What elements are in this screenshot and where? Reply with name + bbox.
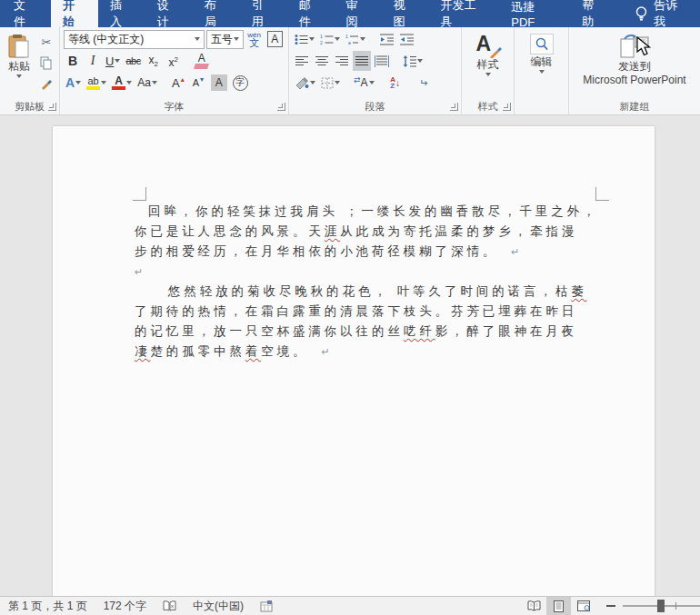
align-right-button[interactable] — [333, 51, 351, 71]
tab-home[interactable]: 开始 — [51, 0, 98, 27]
document-line[interactable]: 悠然轻放的菊收尽晚秋的花色， 叶等久了时间的诺言，枯萎 — [135, 281, 603, 301]
clipboard-dialog-launcher[interactable] — [48, 103, 56, 111]
send-label-line2: Microsoft PowerPoint — [583, 74, 685, 86]
underline-button[interactable]: U — [104, 51, 122, 71]
paste-dropdown-icon[interactable] — [16, 74, 22, 78]
shrink-font-button[interactable]: A▾ — [189, 73, 207, 93]
zoom-out-button[interactable] — [606, 605, 615, 607]
document-page[interactable]: 回眸，你的轻笑抹过我肩头 ；一缕长发的幽香散尽，千里之外，你已是让人思念的风景。… — [53, 126, 655, 596]
mouse-cursor-icon — [636, 36, 652, 56]
font-dialog-launcher[interactable] — [277, 103, 285, 111]
justify-button[interactable] — [353, 51, 371, 71]
distribute-button[interactable] — [373, 51, 391, 71]
tab-view[interactable]: 视图 — [382, 0, 429, 27]
word-count-status[interactable]: 172 个字 — [95, 597, 155, 615]
align-center-button[interactable] — [313, 51, 331, 71]
strikethrough-button[interactable]: abc — [124, 51, 142, 71]
page-number-status[interactable]: 第 1 页，共 1 页 — [0, 597, 95, 615]
numbering-button[interactable]: 12 — [318, 29, 342, 49]
bullets-icon — [295, 34, 308, 45]
group-font: 等线 (中文正文) 五号 wén 文 A — [60, 27, 289, 114]
web-layout-icon — [577, 600, 590, 611]
phonetic-guide-button[interactable]: wén 文 — [245, 29, 264, 49]
styles-dialog-launcher[interactable] — [503, 103, 511, 111]
tab-help[interactable]: 帮助 — [570, 0, 617, 27]
bullets-button[interactable] — [293, 29, 316, 49]
borders-button[interactable] — [319, 73, 342, 93]
document-line[interactable]: 你已是让人思念的风景。天涯从此成为寄托温柔的梦乡，牵指漫 — [135, 221, 603, 241]
highlight-button[interactable]: ab — [85, 73, 108, 93]
read-mode-button[interactable] — [522, 597, 546, 615]
document-line[interactable]: 步的相爱经历，在月华相依的小池荷径模糊了深情。↵ — [135, 241, 603, 261]
align-right-icon — [335, 55, 348, 66]
clear-formatting-button[interactable]: A — [193, 51, 211, 71]
print-layout-button[interactable] — [546, 597, 571, 615]
text-effects-button[interactable]: A — [64, 73, 83, 93]
document-text[interactable]: 回眸，你的轻笑抹过我肩头 ；一缕长发的幽香散尽，千里之外，你已是让人思念的风景。… — [135, 201, 603, 361]
paragraph-dialog-launcher[interactable] — [450, 103, 458, 111]
body-text: 楚的孤零中熬 — [150, 343, 245, 358]
format-painter-button[interactable] — [36, 74, 56, 94]
ribbon: 粘贴 ✂ — [0, 27, 700, 115]
align-left-button[interactable] — [293, 51, 311, 71]
document-line[interactable]: 了期待的热情，在霜白露重的清晨落下枝头。芬芳已埋葬在昨日 — [135, 301, 603, 321]
tab-insert[interactable]: 插入 — [98, 0, 145, 27]
document-line[interactable]: ↵ — [135, 261, 603, 281]
styles-button[interactable]: A 样式 — [469, 30, 507, 99]
grow-font-button[interactable]: A▴ — [169, 73, 187, 93]
increase-indent-button[interactable] — [397, 29, 415, 49]
italic-button[interactable]: I — [84, 51, 102, 71]
paste-icon — [7, 34, 31, 59]
change-case-button[interactable]: Aa — [135, 73, 159, 93]
line-spacing-button[interactable] — [401, 51, 425, 71]
paste-button[interactable]: 粘贴 — [2, 30, 36, 99]
shading-button[interactable] — [293, 73, 317, 93]
send-to-powerpoint-button[interactable]: 发送到 Microsoft PowerPoint — [577, 30, 691, 99]
enclose-characters-button[interactable]: 字 — [231, 73, 250, 93]
zoom-slider[interactable] — [623, 605, 700, 607]
tab-mailings[interactable]: 邮件 — [287, 0, 335, 27]
font-color-button[interactable]: A — [110, 73, 134, 93]
macro-status[interactable] — [252, 597, 281, 615]
show-hide-marks-button[interactable]: ↵ — [415, 73, 433, 93]
asian-layout-icon: ⇄A — [354, 76, 368, 89]
tab-references[interactable]: 引用 — [240, 0, 287, 27]
language-status[interactable]: 中文(中国) — [185, 597, 252, 615]
tab-design[interactable]: 设计 — [145, 0, 193, 27]
margin-cropmark-topright — [595, 187, 609, 201]
document-line[interactable]: 回眸，你的轻笑抹过我肩头 ；一缕长发的幽香散尽，千里之外， — [135, 201, 603, 221]
font-name-select[interactable]: 等线 (中文正文) — [64, 30, 205, 49]
decrease-indent-button[interactable] — [377, 29, 395, 49]
proofing-status[interactable]: x — [155, 597, 185, 615]
subscript-button[interactable]: x2 — [145, 51, 163, 71]
document-line[interactable]: 的记忆里，放一只空杯盛满你以往的丝呓纤影，醉了眼神在月夜 — [135, 321, 603, 341]
multilevel-list-button[interactable]: 1a — [344, 29, 367, 49]
asian-layout-button[interactable]: ⇄A — [352, 73, 376, 93]
sort-button[interactable]: AZ ↓ — [386, 73, 405, 93]
tab-review[interactable]: 审阅 — [335, 0, 382, 27]
web-layout-button[interactable] — [571, 597, 595, 615]
decrease-indent-icon — [380, 34, 394, 45]
paragraph-mark-icon: ↵ — [511, 246, 519, 258]
show-hide-marks-icon: ↵ — [419, 77, 427, 89]
bold-button[interactable]: B — [64, 51, 82, 71]
document-line[interactable]: 凄楚的孤零中熬着空境。↵ — [135, 341, 603, 361]
body-text: 的记忆里，放一只空杯盛满你以往的丝 — [135, 323, 404, 338]
font-size-select[interactable]: 五号 — [206, 30, 244, 49]
tab-file[interactable]: 文件 — [0, 0, 51, 27]
tab-developer[interactable]: 开发工具 — [428, 0, 499, 27]
shading-icon — [295, 77, 309, 89]
copy-button[interactable] — [36, 53, 56, 73]
tab-pdf[interactable]: 迅捷PDF — [499, 0, 570, 27]
lightbulb-icon — [635, 5, 647, 22]
copy-icon — [40, 56, 53, 70]
character-shading-button[interactable]: A — [209, 73, 229, 93]
tell-me[interactable]: 告诉我 — [625, 0, 700, 27]
editing-button[interactable]: 编辑 — [525, 30, 559, 99]
cut-button[interactable]: ✂ — [36, 32, 56, 52]
misspelled-text: 涯 — [325, 223, 340, 238]
superscript-button[interactable]: x2 — [165, 51, 183, 71]
zoom-slider-thumb[interactable] — [657, 600, 665, 612]
character-border-button[interactable]: A — [265, 29, 285, 49]
tab-layout[interactable]: 布局 — [193, 0, 240, 27]
